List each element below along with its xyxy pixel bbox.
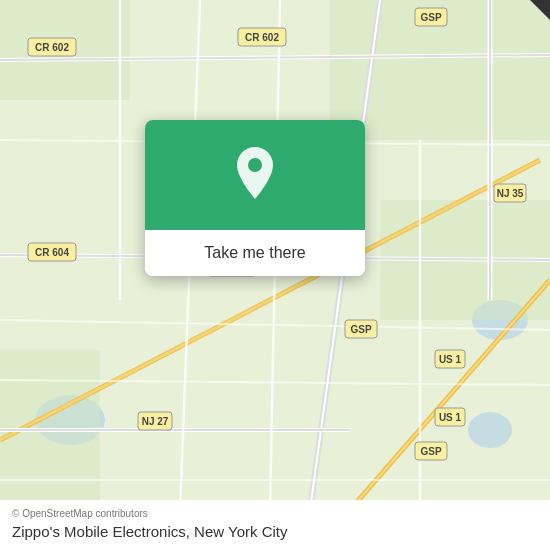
svg-text:NJ 35: NJ 35 xyxy=(497,188,524,199)
location-pin-icon xyxy=(231,147,279,203)
popup-header xyxy=(145,120,365,230)
svg-text:CR 604: CR 604 xyxy=(35,247,69,258)
take-me-there-button[interactable]: Take me there xyxy=(145,230,365,276)
svg-text:US 1: US 1 xyxy=(439,412,462,423)
svg-text:NJ 27: NJ 27 xyxy=(142,416,169,427)
svg-point-3 xyxy=(468,412,512,448)
svg-text:GSP: GSP xyxy=(420,446,441,457)
svg-text:GSP: GSP xyxy=(350,324,371,335)
svg-point-53 xyxy=(248,158,262,172)
svg-text:US 1: US 1 xyxy=(439,354,462,365)
map-attribution: © OpenStreetMap contributors xyxy=(12,508,538,519)
location-info: Zippo's Mobile Electronics, New York Cit… xyxy=(12,523,538,540)
svg-text:GSP: GSP xyxy=(420,12,441,23)
svg-text:CR 602: CR 602 xyxy=(245,32,279,43)
svg-text:CR 602: CR 602 xyxy=(35,42,69,53)
map-container: CR 602 CR 602 GSP NJ 35 CR 604 CR 604 GS… xyxy=(0,0,550,550)
bottom-bar: © OpenStreetMap contributors Zippo's Mob… xyxy=(0,500,550,550)
popup-card: Take me there xyxy=(145,120,365,276)
